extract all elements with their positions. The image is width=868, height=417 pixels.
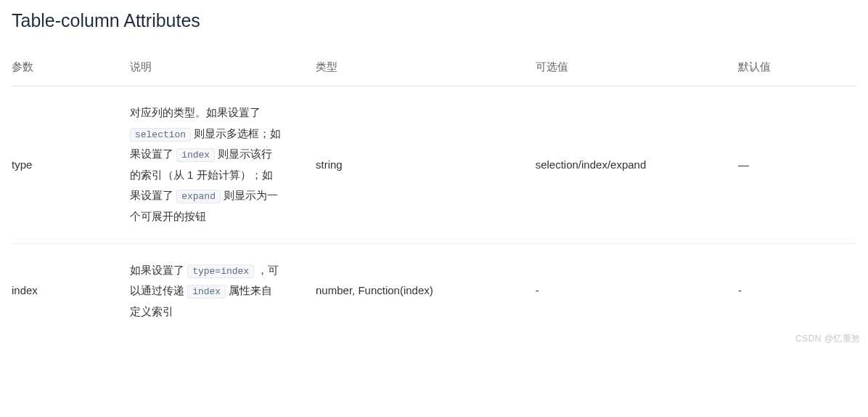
cell-default: — [738,86,856,244]
header-type: 类型 [316,49,536,86]
inline-code: selection [130,128,191,142]
watermark: CSDN @忆重愁 [795,333,861,345]
cell-desc: 如果设置了 type=index ，可以通过传递 index 属性来自定义索引 [130,243,316,338]
page-title: Table-column Attributes [12,10,856,31]
table-row: index 如果设置了 type=index ，可以通过传递 index 属性来… [12,243,856,338]
cell-type: number, Function(index) [316,243,536,338]
header-default: 默认值 [738,49,856,86]
cell-type: string [316,86,536,244]
inline-code: type=index [187,264,254,278]
header-param: 参数 [12,49,130,86]
cell-options: selection/index/expand [536,86,738,244]
cell-default: - [738,243,856,338]
inline-code: index [187,285,226,299]
cell-param: type [12,86,130,244]
cell-options: - [536,243,738,338]
inline-code: expand [176,190,221,203]
header-options: 可选值 [536,49,738,86]
cell-param: index [12,243,130,338]
cell-desc: 对应列的类型。如果设置了 selection 则显示多选框；如果设置了 inde… [130,86,316,244]
header-desc: 说明 [130,49,316,86]
inline-code: index [176,148,215,162]
attributes-table: 参数 说明 类型 可选值 默认值 type 对应列的类型。如果设置了 selec… [12,49,856,338]
table-header-row: 参数 说明 类型 可选值 默认值 [12,49,856,86]
table-row: type 对应列的类型。如果设置了 selection 则显示多选框；如果设置了… [12,86,856,244]
